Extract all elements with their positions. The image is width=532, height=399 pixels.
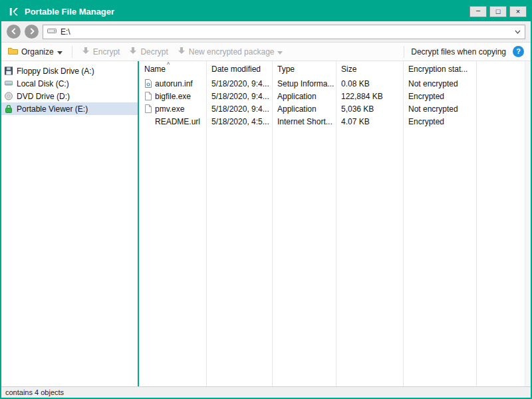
forward-button[interactable] — [25, 25, 39, 39]
file-name: bigfile.exe — [155, 92, 191, 101]
file-date: 5/18/2020, 9:4... — [206, 92, 272, 101]
new-package-label: New encrypted package — [189, 47, 275, 57]
optical-disc-icon — [5, 92, 13, 100]
main-area: Floppy Disk Drive (A:) Local Disk (C:) D… — [1, 61, 531, 386]
file-type: Application — [272, 92, 336, 101]
drive-sidebar: Floppy Disk Drive (A:) Local Disk (C:) D… — [1, 61, 138, 386]
file-size: 122,884 KB — [336, 92, 403, 101]
column-divider[interactable] — [336, 61, 336, 386]
hard-drive-icon — [5, 79, 13, 88]
sidebar-item-local-disk[interactable]: Local Disk (C:) — [1, 77, 138, 90]
toolbar: Organize Encrypt Decrypt New encrypted p… — [1, 43, 531, 61]
encrypt-button[interactable]: Encrypt — [82, 47, 120, 57]
back-arrow-icon — [11, 27, 17, 37]
status-text: contains 4 objects — [5, 388, 64, 396]
column-header-type[interactable]: Type — [272, 64, 336, 74]
minimize-button[interactable]: – — [469, 6, 487, 17]
file-row-autorun[interactable]: autorun.inf 5/18/2020, 9:4... Setup Info… — [139, 77, 531, 90]
window-title: Portable File Manager — [25, 7, 114, 17]
toolbar-separator — [404, 46, 404, 58]
file-icon — [144, 104, 152, 113]
list-header: ^ Name Date modified Type Size Encryptio… — [139, 61, 531, 77]
file-date: 5/18/2020, 4:5... — [206, 117, 272, 126]
maximize-icon: □ — [496, 8, 501, 15]
drive-label: Local Disk (C:) — [17, 79, 69, 88]
column-divider[interactable] — [272, 61, 273, 386]
file-size: 0.08 KB — [336, 79, 403, 88]
file-name: README.url — [155, 117, 200, 126]
column-divider[interactable] — [206, 61, 207, 386]
address-path: E:\ — [61, 27, 70, 37]
file-type: Application — [272, 104, 336, 114]
close-icon: × — [516, 8, 520, 15]
column-header-size[interactable]: Size — [336, 64, 403, 74]
file-type: Setup Informa... — [272, 79, 336, 88]
new-package-dropdown-icon — [277, 47, 283, 57]
file-row-readme[interactable]: README.url 5/18/2020, 4:5... Internet Sh… — [139, 115, 531, 128]
file-name: pmv.exe — [155, 104, 184, 114]
new-encrypted-package-button[interactable]: New encrypted package — [178, 47, 283, 57]
file-date: 5/18/2020, 9:4... — [206, 104, 272, 114]
column-header-name[interactable]: Name — [139, 64, 206, 74]
file-encryption-status: Encrypted — [403, 117, 476, 126]
maximize-button[interactable]: □ — [489, 6, 507, 17]
floppy-disk-icon — [5, 66, 13, 75]
organize-button[interactable]: Organize — [8, 47, 63, 57]
sort-ascending-icon: ^ — [167, 61, 170, 68]
title-bar: Portable File Manager – □ × — [1, 1, 531, 21]
drive-label: DVD Drive (D:) — [17, 92, 70, 101]
file-encryption-status: Encrypted — [403, 92, 476, 101]
file-encryption-status: Not encrypted — [403, 79, 476, 88]
new-package-arrow-icon — [178, 47, 186, 57]
decrypt-button[interactable]: Decrypt — [129, 47, 168, 57]
back-button[interactable] — [7, 25, 21, 39]
setup-file-icon — [144, 79, 152, 88]
decrypt-when-copying-label: Decrypt files when copying — [411, 47, 506, 57]
drive-icon — [47, 27, 57, 37]
blank-icon — [144, 117, 152, 126]
file-row-pmv[interactable]: pmv.exe 5/18/2020, 9:4... Application 5,… — [139, 102, 531, 115]
address-bar[interactable]: E:\ — [43, 25, 525, 39]
decrypt-label: Decrypt — [140, 47, 168, 57]
close-button[interactable]: × — [509, 6, 527, 17]
window-controls: – □ × — [467, 6, 527, 17]
status-bar: contains 4 objects — [1, 386, 531, 398]
minimize-icon: – — [476, 7, 480, 14]
app-logo-icon — [8, 7, 18, 17]
folder-icon — [8, 47, 18, 57]
forward-arrow-icon — [29, 27, 35, 37]
encrypt-label: Encrypt — [93, 47, 120, 57]
file-encryption-status: Not encrypted — [403, 104, 476, 114]
organize-dropdown-icon — [57, 47, 63, 57]
toolbar-right-group: Decrypt files when copying ? — [404, 46, 524, 58]
column-header-date-modified[interactable]: Date modified — [206, 64, 272, 74]
file-size: 5,036 KB — [336, 104, 403, 114]
file-size: 4.07 KB — [336, 117, 403, 126]
organize-label: Organize — [21, 47, 54, 57]
address-dropdown-icon[interactable] — [515, 30, 521, 34]
sidebar-item-portable-viewer[interactable]: Portable Viewer (E:) — [1, 102, 138, 115]
help-icon[interactable]: ? — [513, 46, 524, 57]
toolbar-separator — [72, 46, 72, 58]
file-type: Internet Short... — [272, 117, 336, 126]
column-divider[interactable] — [476, 61, 477, 386]
column-header-encryption-status[interactable]: Encryption stat... — [403, 64, 476, 74]
portable-file-manager-window: Portable File Manager – □ × E:\ — [0, 0, 532, 399]
sidebar-item-floppy-drive[interactable]: Floppy Disk Drive (A:) — [1, 65, 138, 77]
file-name: autorun.inf — [155, 79, 193, 88]
drive-label: Floppy Disk Drive (A:) — [17, 66, 94, 76]
navigation-bar: E:\ — [1, 21, 531, 43]
decrypt-arrow-icon — [129, 47, 137, 57]
encrypt-arrow-icon — [82, 47, 90, 57]
column-divider[interactable] — [403, 61, 404, 386]
padlock-icon — [5, 104, 13, 113]
file-icon — [144, 92, 152, 100]
file-date: 5/18/2020, 9:4... — [206, 79, 272, 88]
drive-label: Portable Viewer (E:) — [17, 104, 88, 114]
file-list-panel: ^ Name Date modified Type Size Encryptio… — [139, 61, 531, 386]
file-row-bigfile[interactable]: bigfile.exe 5/18/2020, 9:4... Applicatio… — [139, 90, 531, 102]
vertical-scrollbar[interactable] — [525, 61, 531, 386]
sidebar-item-dvd-drive[interactable]: DVD Drive (D:) — [1, 90, 138, 102]
